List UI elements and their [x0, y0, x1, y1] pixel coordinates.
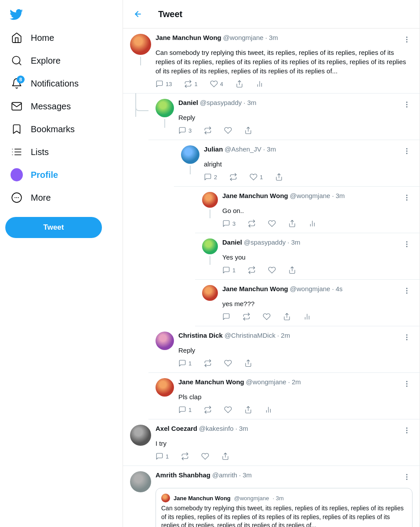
retweet-button[interactable]	[204, 359, 212, 367]
quoted-tweet[interactable]: Jane Manchun Wong @wongmjane · 3m Can so…	[156, 488, 413, 527]
avatar[interactable]	[130, 34, 151, 55]
share-button[interactable]	[244, 126, 252, 134]
retweet-button[interactable]	[248, 220, 256, 227]
svg-point-50	[406, 381, 407, 382]
more-options-button[interactable]	[401, 145, 413, 159]
svg-point-11	[18, 197, 19, 198]
tweet-item: Jane Manchun Wong @wongmjane · 3m Can so…	[123, 29, 420, 94]
author-name: Daniel	[222, 238, 242, 246]
reply-button[interactable]: 3	[178, 126, 192, 134]
thread-line	[190, 166, 191, 174]
reply-button[interactable]: 1	[178, 359, 192, 367]
sidebar-item-explore[interactable]: Explore	[5, 50, 117, 71]
tweet-thread: Jane Manchun Wong @wongmjane · 3m Can so…	[123, 29, 420, 527]
avatar[interactable]	[130, 471, 151, 492]
reply-button[interactable]: 1	[156, 452, 169, 460]
more-options-button[interactable]	[401, 425, 413, 438]
sidebar-label-profile: Profile	[31, 170, 58, 180]
avatar[interactable]	[156, 332, 174, 350]
tweet-time: · 3m	[239, 471, 252, 479]
avatar[interactable]	[156, 378, 174, 397]
retweet-button[interactable]	[181, 452, 189, 460]
share-button[interactable]	[221, 452, 229, 460]
avatar[interactable]	[181, 145, 199, 164]
retweet-button[interactable]	[243, 313, 250, 321]
retweet-button[interactable]	[229, 173, 237, 181]
like-button[interactable]	[201, 452, 209, 460]
like-button[interactable]	[263, 313, 271, 321]
analytics-button[interactable]	[308, 220, 316, 227]
avatar	[11, 168, 23, 181]
sidebar-item-lists[interactable]: Lists	[5, 141, 117, 162]
tweet-right: Amrith Shanbhag @amrith · 3m Jane Manchu…	[156, 471, 413, 527]
sidebar-item-profile[interactable]: Profile	[5, 164, 117, 185]
reply-button[interactable]	[222, 313, 230, 321]
share-button[interactable]	[288, 220, 296, 227]
tweet-author: Jane Manchun Wong @wongmjane · 2m	[178, 378, 301, 386]
tweet-time: · 3m	[332, 192, 345, 199]
thread-line	[210, 256, 210, 265]
notification-badge: 8	[17, 76, 25, 83]
avatar[interactable]	[202, 285, 218, 301]
bookmark-icon	[11, 123, 23, 135]
reply-button[interactable]: 2	[204, 173, 217, 181]
share-button[interactable]	[244, 359, 252, 367]
share-button[interactable]	[275, 173, 283, 181]
more-options-button[interactable]	[401, 378, 413, 391]
share-button[interactable]	[283, 313, 291, 321]
reply-button[interactable]: 13	[156, 80, 172, 88]
more-options-button[interactable]	[401, 99, 413, 112]
more-options-button[interactable]	[401, 471, 413, 484]
author-handle: @kakesinfo	[199, 425, 234, 432]
sidebar-label-bookmarks: Bookmarks	[31, 124, 75, 134]
like-button[interactable]	[224, 126, 232, 134]
analytics-button[interactable]	[256, 80, 264, 88]
reply-button[interactable]: 1	[222, 266, 235, 274]
svg-point-52	[406, 386, 407, 387]
like-button[interactable]	[268, 266, 276, 274]
svg-point-21	[406, 104, 407, 105]
analytics-button[interactable]	[303, 313, 311, 321]
like-button[interactable]: 1	[250, 173, 263, 181]
more-options-button[interactable]	[401, 238, 413, 252]
sidebar-item-messages[interactable]: Messages	[5, 96, 117, 117]
avatar[interactable]	[130, 425, 151, 446]
avatar[interactable]	[156, 99, 174, 117]
more-options-button[interactable]	[401, 285, 413, 298]
reply-button[interactable]: 1	[178, 406, 192, 414]
back-button[interactable]	[130, 6, 146, 22]
like-button[interactable]	[268, 220, 276, 227]
reply-button[interactable]: 3	[222, 220, 235, 227]
retweet-button[interactable]	[204, 126, 212, 134]
tweet-item: Daniel @spasypaddy · 3m Reply 3	[148, 94, 420, 140]
share-button[interactable]	[288, 266, 296, 274]
retweet-button[interactable]: 1	[184, 80, 197, 88]
tweet-button[interactable]: Tweet	[5, 217, 102, 238]
sidebar-item-bookmarks[interactable]: Bookmarks	[5, 119, 117, 140]
retweet-button[interactable]	[204, 406, 212, 414]
retweet-button[interactable]	[248, 266, 256, 274]
tweet-left	[130, 34, 151, 65]
like-button[interactable]	[224, 359, 232, 367]
more-options-button[interactable]	[401, 34, 413, 47]
share-button[interactable]	[235, 80, 243, 88]
like-button[interactable]: 4	[210, 80, 223, 88]
more-options-button[interactable]	[401, 332, 413, 345]
twitter-logo[interactable]	[5, 4, 27, 25]
analytics-button[interactable]	[264, 406, 272, 414]
avatar[interactable]	[202, 192, 218, 208]
more-options-button[interactable]	[401, 192, 413, 205]
svg-point-35	[406, 242, 407, 242]
tweet-text: alright	[204, 159, 413, 169]
sidebar-item-home[interactable]: Home	[5, 27, 117, 48]
tweet-right: Jane Manchun Wong @wongmjane · 3m Go on.…	[222, 192, 413, 227]
sidebar-item-more[interactable]: More	[5, 187, 117, 208]
tweet-top: Daniel @spasypaddy · 3m	[222, 238, 413, 252]
avatar[interactable]	[202, 238, 218, 254]
sidebar-item-notifications[interactable]: 8 Notifications	[5, 73, 117, 94]
like-button[interactable]	[224, 406, 232, 414]
tweet-text: Reply	[178, 346, 413, 355]
share-button[interactable]	[244, 406, 252, 414]
tweet-top: Christina Dick @ChristinaMDick · 2m	[178, 332, 413, 345]
tweet-right: Daniel @spasypaddy · 3m Yes you 1	[222, 238, 413, 274]
